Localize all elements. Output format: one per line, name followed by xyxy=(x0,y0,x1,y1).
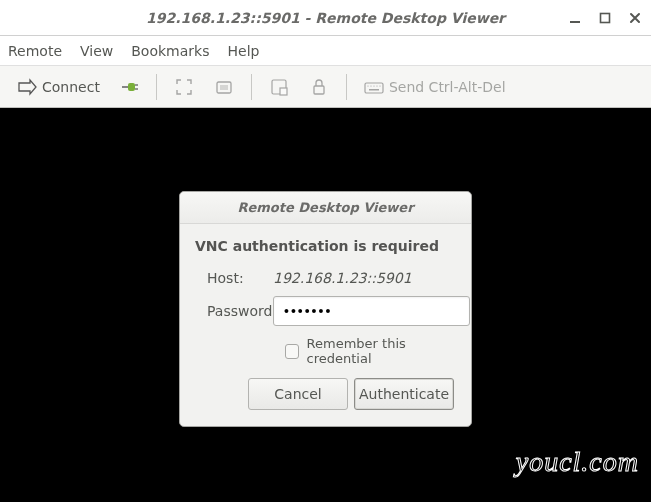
scale-button[interactable] xyxy=(262,72,296,102)
dialog-title: Remote Desktop Viewer xyxy=(180,192,471,224)
menubar: Remote View Bookmarks Help xyxy=(0,36,651,66)
fullscreen-icon xyxy=(173,76,195,98)
svg-rect-7 xyxy=(220,85,228,90)
screenshot-icon xyxy=(213,76,235,98)
keyboard-icon xyxy=(363,76,385,98)
connect-icon xyxy=(16,76,38,98)
toolbar-separator xyxy=(346,74,347,100)
svg-rect-11 xyxy=(365,83,383,93)
send-ctrl-alt-del-label: Send Ctrl-Alt-Del xyxy=(389,79,506,95)
connect-button[interactable]: Connect xyxy=(10,72,106,102)
menu-view[interactable]: View xyxy=(80,43,113,59)
maximize-button[interactable] xyxy=(597,10,613,26)
menu-help[interactable]: Help xyxy=(227,43,259,59)
auth-dialog: Remote Desktop Viewer VNC authentication… xyxy=(179,191,472,427)
authenticate-button[interactable]: Authenticate xyxy=(354,378,454,410)
toolbar-separator xyxy=(156,74,157,100)
cancel-button[interactable]: Cancel xyxy=(248,378,348,410)
close-button[interactable] xyxy=(627,10,643,26)
host-row: Host: 192.168.1.23::5901 xyxy=(195,270,456,286)
password-input[interactable] xyxy=(273,296,470,326)
window-controls xyxy=(567,0,643,36)
remember-row[interactable]: Remember this credential xyxy=(195,336,456,366)
remember-label: Remember this credential xyxy=(307,336,456,366)
screenshot-button[interactable] xyxy=(207,72,241,102)
minimize-button[interactable] xyxy=(567,10,583,26)
svg-rect-17 xyxy=(369,89,379,91)
svg-rect-1 xyxy=(601,14,610,23)
password-label: Password: xyxy=(195,303,273,319)
password-row: Password: xyxy=(195,296,456,326)
svg-rect-10 xyxy=(314,86,324,94)
menu-remote[interactable]: Remote xyxy=(8,43,62,59)
scale-icon xyxy=(268,76,290,98)
remember-checkbox[interactable] xyxy=(285,344,299,359)
plug-icon xyxy=(118,76,140,98)
toolbar: Connect Send Ctrl-Alt-Del xyxy=(0,66,651,108)
dialog-heading: VNC authentication is required xyxy=(195,238,456,254)
window-title: 192.168.1.23::5901 - Remote Desktop View… xyxy=(146,10,505,26)
watermark: youcl.com xyxy=(516,446,639,478)
svg-rect-0 xyxy=(570,21,580,23)
lock-icon xyxy=(308,76,330,98)
dialog-buttons: Cancel Authenticate xyxy=(195,378,456,412)
host-label: Host: xyxy=(195,270,273,286)
send-ctrl-alt-del-button[interactable]: Send Ctrl-Alt-Del xyxy=(357,72,512,102)
connect-label: Connect xyxy=(42,79,100,95)
disconnect-button[interactable] xyxy=(112,72,146,102)
host-value: 192.168.1.23::5901 xyxy=(273,270,412,286)
fullscreen-button[interactable] xyxy=(167,72,201,102)
svg-rect-2 xyxy=(128,83,135,91)
toolbar-separator xyxy=(251,74,252,100)
svg-rect-9 xyxy=(280,88,287,95)
menu-bookmarks[interactable]: Bookmarks xyxy=(131,43,209,59)
readonly-button[interactable] xyxy=(302,72,336,102)
window-titlebar: 192.168.1.23::5901 - Remote Desktop View… xyxy=(0,0,651,36)
dialog-body: VNC authentication is required Host: 192… xyxy=(180,224,471,426)
